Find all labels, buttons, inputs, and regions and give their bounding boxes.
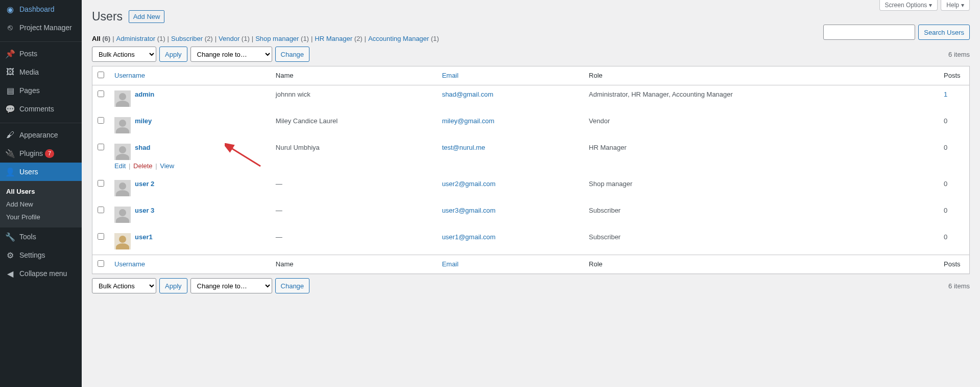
sidebar-item-label: Collapse menu: [19, 269, 67, 278]
avatar: [114, 207, 131, 223]
cell-name: —: [271, 175, 437, 201]
edit-link[interactable]: Edit: [114, 162, 126, 170]
add-new-button[interactable]: Add New: [129, 10, 165, 23]
help-button[interactable]: Help▾: [941, 0, 970, 11]
sidebar-item-label: Comments: [19, 105, 54, 113]
sidebar-item-tools[interactable]: 🔧Tools: [0, 227, 82, 246]
bulk-actions-select[interactable]: Bulk Actions: [92, 47, 156, 62]
filter-link[interactable]: Subscriber (2): [171, 35, 213, 42]
sidebar-item-project-manager[interactable]: ⎋Project Manager: [0, 18, 82, 37]
search-input[interactable]: [823, 25, 915, 40]
sidebar-item-dashboard[interactable]: ◉Dashboard: [0, 0, 82, 18]
apply-button-bottom[interactable]: Apply: [159, 278, 187, 293]
dashboard-icon: ◉: [5, 4, 15, 14]
col-role-foot: Role: [584, 255, 939, 274]
sidebar-item-label: Dashboard: [19, 5, 55, 13]
username-link[interactable]: admin: [135, 90, 154, 98]
change-button-bottom[interactable]: Change: [275, 278, 310, 293]
cell-posts: 0: [939, 112, 969, 139]
main-content: Screen Options▾ Help▾ Users Add New Sear…: [82, 0, 980, 387]
username-link[interactable]: miley: [135, 117, 152, 125]
sidebar-item-label: Appearance: [19, 131, 58, 139]
col-email[interactable]: Email: [437, 66, 584, 85]
admin-sidebar: ◉Dashboard⎋Project Manager📌Posts🖾Media▤P…: [0, 0, 82, 387]
email-link[interactable]: shad@gmail.com: [442, 90, 493, 98]
row-checkbox[interactable]: [98, 180, 104, 187]
filter-link[interactable]: All (6): [92, 35, 110, 42]
sidebar-item-media[interactable]: 🖾Media: [0, 63, 82, 81]
col-posts: Posts: [939, 66, 969, 85]
search-box: Search Users: [823, 25, 970, 40]
apply-button[interactable]: Apply: [159, 47, 187, 62]
username-link[interactable]: user 2: [135, 180, 154, 188]
sidebar-item-settings[interactable]: ⚙Settings: [0, 246, 82, 264]
submenu-item[interactable]: All Users: [0, 185, 82, 198]
col-email-foot[interactable]: Email: [437, 255, 584, 274]
cell-role: Vendor: [584, 112, 939, 139]
settings-icon: ⚙: [5, 250, 15, 260]
email-link[interactable]: test@nurul.me: [442, 144, 485, 151]
col-username-foot[interactable]: Username: [109, 255, 271, 274]
search-users-button[interactable]: Search Users: [918, 25, 970, 40]
email-link[interactable]: user1@gmail.com: [442, 233, 495, 241]
row-checkbox[interactable]: [98, 90, 104, 97]
filter-link[interactable]: Shop manager (1): [255, 35, 309, 42]
bulk-actions-select-bottom[interactable]: Bulk Actions: [92, 278, 156, 293]
select-all-bottom[interactable]: [98, 260, 104, 267]
update-badge: 7: [45, 149, 54, 158]
change-button[interactable]: Change: [275, 47, 310, 62]
cell-name: —: [271, 228, 437, 255]
cell-posts: 0: [939, 201, 969, 228]
plugin-icon: 🔌: [5, 148, 15, 158]
menu-separator: [0, 39, 82, 42]
submenu-item[interactable]: Your Profile: [0, 211, 82, 223]
sidebar-item-label: Plugins: [19, 149, 43, 157]
filter-link[interactable]: Accounting Manager (1): [368, 35, 439, 42]
cell-posts: 0: [939, 175, 969, 201]
avatar: [114, 180, 131, 196]
username-link[interactable]: shad: [135, 144, 150, 151]
submenu-item[interactable]: Add New: [0, 198, 82, 211]
username-link[interactable]: user1: [135, 233, 153, 241]
email-link[interactable]: miley@gmail.com: [442, 117, 494, 125]
view-link[interactable]: View: [160, 162, 174, 170]
sidebar-item-label: Pages: [19, 86, 40, 95]
collapse-icon: ◀: [5, 268, 15, 279]
cell-posts: 0: [939, 228, 969, 255]
sidebar-item-appearance[interactable]: 🖌Appearance: [0, 126, 82, 144]
delete-link[interactable]: Delete: [133, 162, 153, 170]
username-link[interactable]: user 3: [135, 207, 154, 214]
row-checkbox[interactable]: [98, 207, 104, 213]
col-posts-foot: Posts: [939, 255, 969, 274]
email-link[interactable]: user3@gmail.com: [442, 207, 495, 214]
row-checkbox[interactable]: [98, 117, 104, 124]
sidebar-item-comments[interactable]: 💬Comments: [0, 100, 82, 118]
screen-options-button[interactable]: Screen Options▾: [879, 0, 938, 11]
cell-role: Administrator, HR Manager, Accounting Ma…: [584, 85, 939, 112]
row-checkbox[interactable]: [98, 233, 104, 240]
submenu-users: All UsersAdd NewYour Profile: [0, 181, 82, 227]
filter-link[interactable]: HR Manager (2): [315, 35, 362, 42]
row-checkbox[interactable]: [98, 144, 104, 150]
sidebar-item-label: Posts: [19, 50, 37, 58]
col-role: Role: [584, 66, 939, 85]
cell-role: HR Manager: [584, 139, 939, 175]
sidebar-item-users[interactable]: 👤Users: [0, 163, 82, 181]
select-all-top[interactable]: [98, 72, 104, 78]
brush-icon: 🖌: [5, 130, 15, 140]
filter-link[interactable]: Administrator (1): [116, 35, 165, 42]
sidebar-item-collapse[interactable]: ◀Collapse menu: [0, 264, 82, 283]
email-link[interactable]: user2@gmail.com: [442, 180, 495, 188]
avatar: [114, 117, 131, 133]
wrench-icon: 🔧: [5, 232, 15, 242]
change-role-select[interactable]: Change role to…: [190, 47, 272, 62]
filter-link[interactable]: Vendor (1): [219, 35, 250, 42]
sidebar-item-pages[interactable]: ▤Pages: [0, 81, 82, 100]
sidebar-item-plugins[interactable]: 🔌Plugins7: [0, 144, 82, 163]
change-role-select-bottom[interactable]: Change role to…: [190, 278, 272, 293]
sidebar-item-label: Media: [19, 68, 39, 76]
col-username[interactable]: Username: [109, 66, 271, 85]
sidebar-item-posts[interactable]: 📌Posts: [0, 44, 82, 63]
users-table: Username Name Email Role Posts adminjohn…: [92, 66, 970, 274]
posts-link[interactable]: 1: [944, 90, 947, 98]
